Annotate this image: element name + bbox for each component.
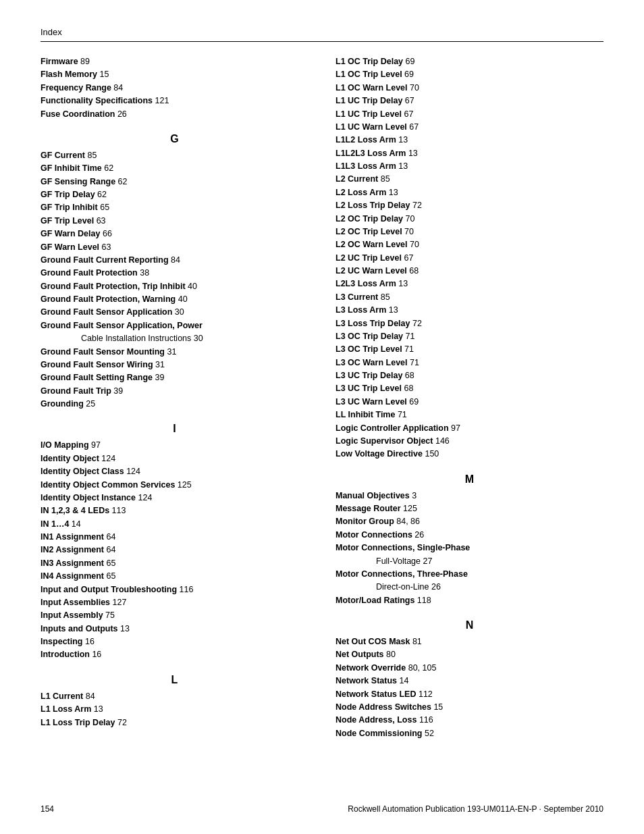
entry-page: 13: [91, 704, 103, 714]
section-letter: N: [336, 619, 603, 631]
entry-term: Flash Memory: [41, 70, 97, 79]
index-entry: IN2 Assignment 64: [41, 544, 308, 556]
entry-indent: Direct-on-Line 26: [336, 581, 603, 594]
index-entry: L1 UC Warn Level 67: [336, 121, 603, 134]
entry-term: L2 OC Trip Level: [336, 227, 402, 236]
index-entry: Net Outputs 80: [336, 648, 603, 661]
entry-page: 69: [403, 57, 414, 66]
index-entry: L3 OC Trip Delay 71: [336, 330, 603, 343]
index-entry: GF Inhibit Time 62: [41, 162, 308, 175]
entry-page: 3: [410, 491, 417, 500]
index-entry: GF Current 85: [41, 149, 308, 162]
index-entry: Manual Objectives 3: [336, 490, 603, 502]
index-entry: Message Router 125: [336, 502, 603, 515]
entry-term: Manual Objectives: [336, 491, 410, 500]
entry-page: 68: [402, 384, 413, 393]
entry-page: 71: [408, 358, 419, 367]
entry-page: 85: [378, 174, 390, 184]
entry-page: 67: [402, 96, 414, 105]
index-entry: L1 OC Warn Level 70: [336, 82, 603, 95]
index-entry: Identity Object Common Services 125: [41, 479, 308, 492]
entry-term: Node Address, Loss: [336, 715, 417, 725]
entry-page: 71: [395, 410, 406, 419]
entry-term: Net Outputs: [336, 650, 384, 659]
index-entry: L1L3 Loss Arm 13: [336, 160, 603, 173]
index-entry: Ground Fault Sensor Wiring 31: [41, 359, 308, 371]
entry-page: 118: [414, 596, 431, 605]
entry-page: 39: [153, 373, 164, 382]
index-entry: Low Voltage Directive 150: [336, 448, 603, 461]
entry-term: Functionality Specifications: [41, 96, 153, 105]
entry-page: 65: [104, 558, 115, 568]
index-entry: L1 OC Trip Delay 69: [336, 55, 603, 68]
entry-term: L1 Current: [41, 692, 83, 701]
entry-page: 97: [449, 423, 460, 433]
index-entry: L2 OC Trip Delay 70: [336, 213, 603, 226]
entry-page: 89: [78, 57, 90, 66]
entry-term: Introduction: [41, 650, 90, 659]
entry-term: L3 OC Warn Level: [336, 358, 408, 367]
index-entry: Network Override 80, 105: [336, 662, 603, 675]
index-entry: L3 UC Trip Delay 68: [336, 369, 603, 382]
entry-page: 52: [422, 729, 433, 738]
entry-page: 14: [397, 676, 408, 685]
entry-page: 66: [100, 229, 111, 238]
entry-term: GF Current: [41, 151, 85, 160]
entry-term: L3 UC Warn Level: [336, 397, 407, 407]
index-entry: Fuse Coordination 26: [41, 108, 308, 121]
index-entry: Inspecting 16: [41, 635, 308, 648]
entry-page: 124: [99, 454, 115, 463]
entry-term: Motor Connections, Single-Phase: [336, 543, 470, 552]
entry-term: L2 UC Trip Level: [336, 253, 402, 263]
index-entry: Ground Fault Sensor Application, PowerCa…: [41, 319, 308, 346]
index-entry: Motor Connections, Single-PhaseFull-Volt…: [336, 542, 603, 568]
entry-term: Identity Object Class: [41, 467, 124, 476]
index-entry: Introduction 16: [41, 648, 308, 661]
entry-page: 13: [396, 279, 408, 288]
entry-term: L1 UC Warn Level: [336, 122, 407, 132]
entry-page: 84: [169, 255, 180, 265]
entry-page: 16: [83, 637, 95, 646]
index-section: NNet Out COS Mask 81Net Outputs 80Networ…: [336, 619, 603, 740]
entry-page: 26: [115, 109, 126, 119]
entry-page: 67: [402, 253, 413, 263]
entry-term: Ground Fault Setting Range: [41, 373, 153, 382]
entry-term: L1L2 Loss Arm: [336, 135, 396, 145]
entry-term: L3 Loss Trip Delay: [336, 319, 410, 328]
index-entry: Ground Fault Setting Range 39: [41, 371, 308, 384]
index-entry: Ground Fault Protection, Warning 40: [41, 293, 308, 306]
entry-page: 63: [94, 216, 105, 226]
entry-term: Inputs and Outputs: [41, 624, 118, 633]
entry-term: GF Trip Delay: [41, 190, 95, 199]
entry-term: L1 OC Warn Level: [336, 83, 408, 93]
entry-term: L1 Loss Arm: [41, 704, 91, 714]
entry-page: 40: [186, 282, 197, 291]
entry-term: Node Commissioning: [336, 729, 422, 738]
index-entry: L2 OC Warn Level 70: [336, 238, 603, 251]
entry-term: Input Assembly: [41, 610, 103, 620]
index-entry: L1 Current 84: [41, 690, 308, 703]
entry-term: GF Trip Inhibit: [41, 203, 98, 212]
header-label: Index: [41, 27, 62, 37]
index-entry: GF Trip Inhibit 65: [41, 201, 308, 214]
entry-page: 26: [412, 530, 424, 540]
entry-page: 67: [407, 122, 419, 132]
index-entry: Ground Fault Current Reporting 84: [41, 254, 308, 267]
entry-term: Net Out COS Mask: [336, 637, 410, 646]
entry-term: IN4 Assignment: [41, 571, 104, 581]
entry-page: 15: [97, 70, 109, 79]
index-entry: Net Out COS Mask 81: [336, 635, 603, 648]
entry-term: Identity Object Instance: [41, 493, 136, 502]
entry-page: 71: [402, 344, 414, 354]
page-number: 154: [41, 804, 54, 814]
index-section: II/O Mapping 97Identity Object 124Identi…: [41, 423, 308, 661]
section-letter: G: [41, 133, 308, 145]
entry-page: 113: [109, 506, 126, 515]
entry-term: L2 Current: [336, 174, 378, 184]
entry-term: Ground Fault Protection, Warning: [41, 294, 176, 304]
index-entry: Identity Object Instance 124: [41, 492, 308, 504]
entry-term: Grounding: [41, 399, 84, 409]
entry-term: L3 OC Trip Delay: [336, 332, 403, 341]
entry-term: Node Address Switches: [336, 702, 431, 712]
entry-term: L3 Loss Arm: [336, 305, 386, 315]
